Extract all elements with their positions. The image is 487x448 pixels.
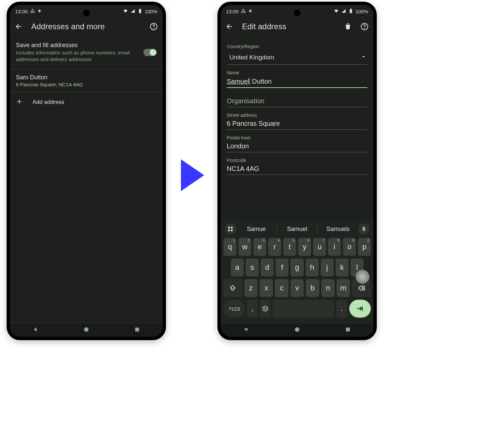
- key-o[interactable]: o9: [343, 238, 356, 256]
- help-icon[interactable]: [149, 22, 158, 31]
- space-key[interactable]: [273, 300, 334, 318]
- key-s[interactable]: s: [246, 259, 259, 276]
- suggestion-bar: Samue Samuel Samuels: [223, 222, 371, 238]
- key-b[interactable]: b: [306, 279, 319, 297]
- keyboard-apps-icon[interactable]: [225, 223, 236, 235]
- svg-point-22: [264, 308, 265, 309]
- signal-icon: [130, 8, 135, 15]
- app-bar: Addresses and more: [10, 16, 163, 37]
- address-line: 6 Pancras Square, NC1A 4AG: [16, 82, 157, 87]
- saved-address-row[interactable]: Sam Dutton 6 Pancras Square, NC1A 4AG: [10, 69, 163, 92]
- camera-notch: [294, 10, 300, 16]
- key-a[interactable]: a: [231, 259, 244, 276]
- back-button[interactable]: [15, 22, 23, 31]
- enter-key[interactable]: [349, 300, 371, 318]
- key-v[interactable]: v: [290, 279, 304, 297]
- app-bar: Edit address: [221, 16, 373, 37]
- svg-rect-17: [231, 227, 233, 228]
- comma-key[interactable]: ,: [247, 300, 258, 318]
- emoji-key[interactable]: [260, 300, 271, 318]
- suggestion-divider: [317, 225, 318, 233]
- signal-icon: [341, 8, 346, 15]
- key-w[interactable]: w2: [238, 238, 251, 256]
- key-y[interactable]: y6: [298, 238, 311, 256]
- svg-point-23: [266, 308, 267, 309]
- toggle-description: Includes information such as phone numbe…: [16, 49, 139, 63]
- key-e[interactable]: e3: [253, 238, 266, 256]
- key-q[interactable]: q1: [223, 238, 236, 256]
- add-address-row[interactable]: Add address: [10, 92, 163, 112]
- system-nav-bar: [221, 323, 373, 337]
- back-button[interactable]: [225, 22, 234, 31]
- key-f[interactable]: f: [276, 259, 288, 276]
- nav-back[interactable]: [243, 326, 250, 334]
- key-t[interactable]: t5: [283, 238, 296, 256]
- status-time: 13:00: [15, 9, 28, 14]
- shift-key[interactable]: [223, 279, 242, 297]
- key-h[interactable]: h: [306, 259, 319, 276]
- street-field[interactable]: 6 Pancras Square: [227, 120, 367, 130]
- svg-rect-12: [350, 9, 352, 13]
- svg-point-21: [263, 306, 268, 311]
- name-field[interactable]: Samuel Dutton: [227, 77, 367, 88]
- key-i[interactable]: i8: [328, 238, 341, 256]
- svg-rect-13: [350, 9, 351, 9]
- nav-home[interactable]: [294, 326, 300, 334]
- address-name: Sam Dutton: [16, 74, 157, 81]
- period-key[interactable]: .: [336, 300, 347, 318]
- symbols-key[interactable]: ?123: [223, 300, 245, 318]
- town-label: Postal town: [227, 135, 367, 140]
- phone-edit-address: 13:00 100% Edit address Country/Region: [217, 2, 377, 340]
- nav-home[interactable]: [83, 326, 90, 334]
- key-p[interactable]: p0: [358, 238, 371, 256]
- svg-point-0: [32, 11, 33, 12]
- touch-indicator: [356, 270, 369, 284]
- phone-addresses-list: 13:00 100% Addresses and more Save and f: [7, 2, 166, 340]
- svg-point-7: [84, 327, 88, 332]
- nav-recent[interactable]: [134, 326, 140, 334]
- key-n[interactable]: n: [321, 279, 335, 297]
- key-d[interactable]: d: [261, 259, 274, 276]
- nav-recent[interactable]: [345, 326, 351, 334]
- town-field[interactable]: London: [227, 142, 367, 152]
- key-r[interactable]: r4: [268, 238, 281, 256]
- nav-back[interactable]: [32, 326, 39, 334]
- key-m[interactable]: m: [337, 279, 350, 297]
- voice-input-icon[interactable]: [358, 223, 369, 235]
- status-alarm-icon: [241, 8, 246, 15]
- svg-point-9: [243, 11, 243, 12]
- status-time: 13:00: [226, 9, 239, 14]
- country-dropdown[interactable]: United Kingdom: [227, 51, 367, 65]
- toggle-switch[interactable]: [143, 49, 157, 56]
- page-title: Addresses and more: [31, 22, 141, 31]
- toggle-title: Save and fill addresses: [16, 42, 139, 49]
- key-u[interactable]: u7: [313, 238, 326, 256]
- suggestion-2[interactable]: Samuel: [280, 226, 315, 233]
- battery-percent: 100%: [356, 9, 368, 14]
- svg-point-6: [153, 28, 154, 28]
- country-value: United Kingdom: [229, 54, 274, 61]
- key-c[interactable]: c: [275, 279, 288, 297]
- postcode-field[interactable]: NC1A 4AG: [227, 165, 367, 175]
- key-j[interactable]: j: [321, 259, 334, 276]
- name-rest: Dutton: [250, 78, 272, 85]
- transition-arrow-icon: [181, 159, 204, 191]
- svg-rect-3: [139, 9, 141, 13]
- battery-icon: [137, 8, 143, 15]
- key-x[interactable]: x: [260, 279, 273, 297]
- help-icon[interactable]: [360, 22, 369, 31]
- chevron-down-icon: [361, 54, 366, 61]
- suggestion-3[interactable]: Samuels: [320, 226, 356, 233]
- key-z[interactable]: z: [244, 279, 258, 297]
- svg-rect-2: [38, 11, 41, 11]
- organisation-field[interactable]: Organisation: [227, 97, 367, 107]
- suggestion-1[interactable]: Samue: [239, 226, 274, 233]
- key-g[interactable]: g: [290, 259, 303, 276]
- svg-rect-8: [135, 328, 139, 332]
- save-fill-toggle-row[interactable]: Save and fill addresses Includes informa…: [10, 37, 163, 69]
- key-k[interactable]: k: [336, 259, 349, 276]
- camera-notch: [83, 10, 90, 16]
- keyboard-row-1: q1w2e3r4t5y6u7i8o9p0: [223, 238, 371, 256]
- plus-icon: [16, 98, 23, 107]
- delete-button[interactable]: [344, 22, 352, 31]
